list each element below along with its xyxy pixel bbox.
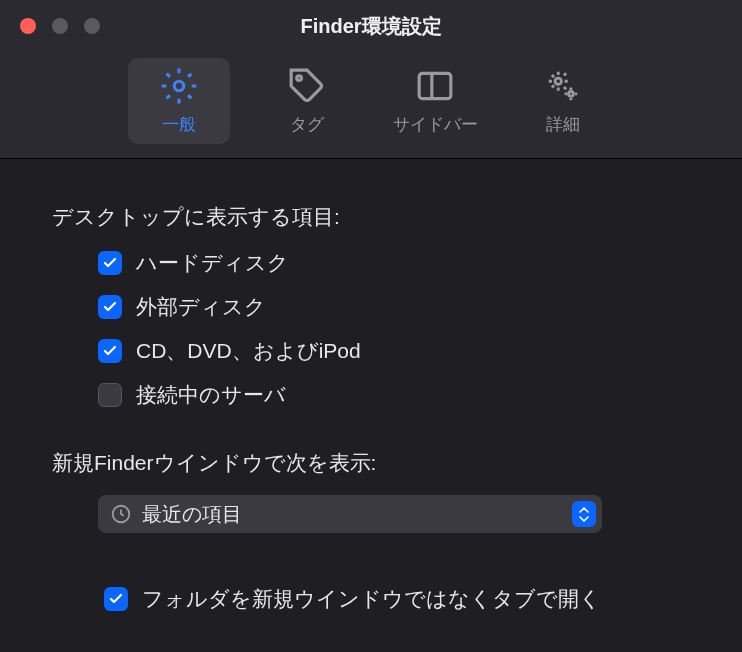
new-window-dropdown[interactable]: 最近の項目 (98, 495, 602, 533)
clock-icon (110, 503, 132, 525)
svg-point-5 (569, 91, 574, 96)
svg-point-0 (174, 81, 184, 91)
content: デスクトップに表示する項目: ハードディスク 外部ディスク CD、DVD、および… (0, 159, 742, 613)
svg-rect-2 (419, 73, 451, 98)
tag-icon (288, 67, 326, 105)
checkbox-external-disks[interactable]: 外部ディスク (98, 293, 690, 321)
checkbox-label: CD、DVD、およびiPod (136, 337, 361, 365)
tab-label: タグ (290, 113, 324, 136)
maximize-button[interactable] (84, 18, 100, 34)
tab-sidebar[interactable]: サイドバー (384, 58, 486, 144)
titlebar: Finder環境設定 (0, 0, 742, 52)
new-window-label: 新規Finderウインドウで次を表示: (52, 449, 690, 477)
gears-icon (544, 67, 582, 105)
tab-label: 詳細 (546, 113, 580, 136)
desktop-items-label: デスクトップに表示する項目: (52, 203, 690, 231)
checkbox-label: フォルダを新規ウインドウではなくタブで開く (142, 585, 601, 613)
chevron-up-down-icon (572, 501, 596, 527)
tab-label: 一般 (162, 113, 196, 136)
tab-advanced[interactable]: 詳細 (512, 58, 614, 144)
sidebar-icon (416, 67, 454, 105)
checkbox-label: 接続中のサーバ (136, 381, 286, 409)
checkbox-icon (98, 295, 122, 319)
traffic-lights (20, 18, 100, 34)
tab-label: サイドバー (393, 113, 478, 136)
checkbox-hard-disks[interactable]: ハードディスク (98, 249, 690, 277)
tab-general[interactable]: 一般 (128, 58, 230, 144)
gear-icon (160, 67, 198, 105)
svg-point-4 (555, 78, 561, 84)
checkbox-cds-dvds-ipods[interactable]: CD、DVD、およびiPod (98, 337, 690, 365)
checkbox-icon (98, 383, 122, 407)
checkbox-label: 外部ディスク (136, 293, 266, 321)
checkbox-icon (98, 339, 122, 363)
close-button[interactable] (20, 18, 36, 34)
checkbox-icon (104, 587, 128, 611)
minimize-button[interactable] (52, 18, 68, 34)
toolbar: 一般 タグ サイドバー 詳細 (0, 52, 742, 159)
dropdown-selected: 最近の項目 (142, 501, 572, 528)
checkbox-label: ハードディスク (136, 249, 289, 277)
checkbox-connected-servers[interactable]: 接続中のサーバ (98, 381, 690, 409)
checkbox-icon (98, 251, 122, 275)
window-title: Finder環境設定 (300, 13, 441, 40)
svg-point-1 (297, 75, 302, 80)
tab-tags[interactable]: タグ (256, 58, 358, 144)
checkbox-open-in-tabs[interactable]: フォルダを新規ウインドウではなくタブで開く (104, 585, 690, 613)
